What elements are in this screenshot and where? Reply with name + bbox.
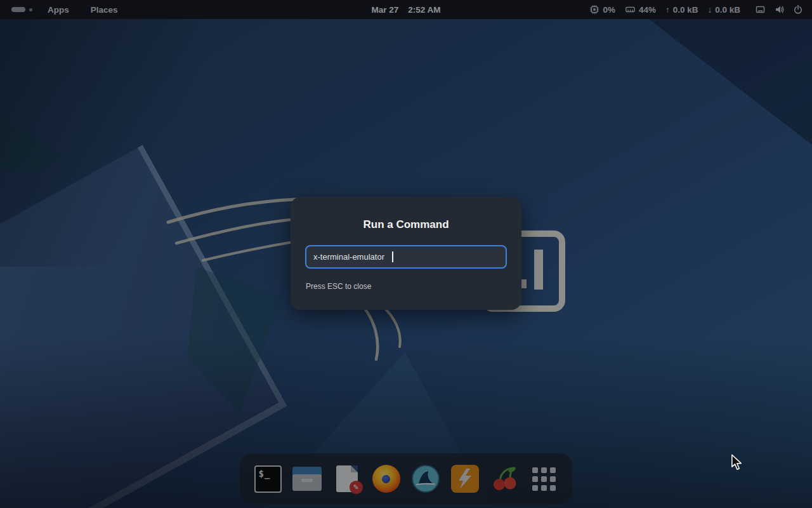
dialog-title: Run a Command [291, 218, 521, 231]
text-caret [392, 251, 393, 262]
desktop: Apps Places Mar 27 2:52 AM 0% [0, 0, 812, 508]
command-input-value: x-terminal-emulator [313, 252, 384, 262]
run-command-dialog: Run a Command x-terminal-emulator Press … [291, 197, 521, 310]
dialog-hint: Press ESC to close [306, 282, 371, 291]
mouse-cursor [730, 454, 743, 471]
command-input[interactable]: x-terminal-emulator [305, 245, 507, 269]
